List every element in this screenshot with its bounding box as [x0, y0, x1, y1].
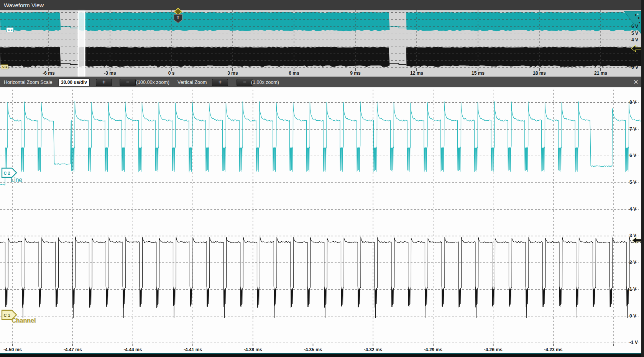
overview-x-tick-label: 12 ms [399, 70, 434, 76]
main-x-tick-label: -4.41 ms [176, 347, 210, 352]
c1-channel-name: Channel [12, 317, 36, 324]
v-zoom-plus-button[interactable]: + [212, 79, 228, 86]
main-x-tick-label: -4.50 ms [0, 347, 30, 352]
overview-y-tick-label: 5 V [631, 31, 638, 36]
trigger-position-marker[interactable]: T [173, 14, 183, 24]
main-x-tick-label: -4.38 ms [236, 347, 270, 352]
main-x-tick-label: -4.44 ms [115, 347, 150, 352]
main-x-tick-label: -4.29 ms [416, 347, 450, 352]
overview-plot [0, 10, 641, 77]
overview-x-tick-label: 15 ms [461, 70, 495, 76]
v-zoom-minus-button[interactable]: − [237, 79, 253, 86]
main-y-tick-label: 3 V [629, 233, 636, 238]
main-y-tick-label: 0 V [629, 313, 636, 319]
c1-trace [0, 237, 641, 318]
main-y-tick-label: -1 V [629, 340, 638, 345]
main-y-tick-label: 5 V [629, 180, 636, 185]
overview-x-tick-label: -3 ms [93, 70, 127, 76]
main-y-tick-label: 8 V [629, 100, 636, 105]
window-title-bar: Waveform View [0, 0, 644, 11]
zoomed-plot [0, 87, 641, 353]
h-zoom-plus-button[interactable]: + [96, 79, 112, 86]
bottom-edge-bar [0, 353, 644, 357]
h-zoom-readout: (100.00x zoom) [136, 77, 169, 88]
main-x-tick-label: -4.47 ms [56, 347, 90, 352]
overview-c1-tag[interactable]: C 1 [1, 64, 8, 69]
waveform-overview-pane: C 2 C 1 T 6 V5 V4 V0 V -6 ms-3 ms0 s3 ms… [0, 10, 644, 77]
trigger-letter: T [177, 15, 180, 20]
overview-x-tick-label: 6 ms [277, 70, 311, 76]
zoomed-waveform-pane: C 2 Line C 1 Channel 8 V7 V6 V5 V4 V3 V2… [0, 87, 644, 353]
close-zoom-icon[interactable]: ✕ [633, 77, 639, 88]
window-title: Waveform View [4, 0, 44, 10]
zoom-window-indicator[interactable] [78, 11, 85, 77]
horizontal-zoom-scale-label: Horizontal Zoom Scale [4, 77, 52, 88]
overview-y-tick-label: 0 V [631, 65, 638, 70]
main-x-tick-label: -4.35 ms [296, 347, 330, 352]
main-y-tick-label: 4 V [629, 206, 636, 212]
overview-x-tick-label: 21 ms [583, 70, 618, 76]
v-zoom-readout: (1.00x zoom) [251, 77, 279, 88]
oscilloscope-screen: Waveform View C 2 C 1 T 6 V5 V4 V0 V -6 … [0, 0, 644, 357]
overview-x-tick-label: 9 ms [338, 70, 373, 76]
zoom-toolbar: Horizontal Zoom Scale + − (100.00x zoom)… [0, 77, 644, 88]
overview-x-tick-label: 0 s [154, 70, 189, 76]
overview-y-tick-label: 6 V [631, 24, 638, 29]
c2-trace [0, 102, 641, 185]
main-x-tick-label: -4.23 ms [536, 347, 570, 352]
vertical-zoom-label: Vertical Zoom [177, 77, 207, 88]
overview-c2-tag[interactable]: C 2 [6, 27, 14, 32]
c2-channel-name: Line [11, 177, 22, 183]
main-y-tick-label: 6 V [629, 153, 636, 158]
overview-trigger-level-arrow-icon[interactable] [631, 45, 641, 52]
overview-x-tick-label: 3 ms [215, 70, 250, 76]
horizontal-scale-input[interactable] [58, 79, 90, 86]
main-y-tick-label: 2 V [629, 260, 636, 265]
main-x-tick-label: -4.26 ms [476, 347, 511, 352]
overview-x-tick-label: -6 ms [31, 70, 66, 76]
main-y-tick-label: 7 V [629, 126, 636, 132]
overview-y-tick-label: 4 V [631, 37, 638, 43]
right-edge-border [641, 0, 644, 357]
c2-badge-label: C 2 [3, 171, 10, 175]
h-zoom-minus-button[interactable]: − [120, 79, 136, 86]
c1-badge-label: C 1 [3, 313, 10, 318]
overview-x-tick-label: 18 ms [522, 70, 557, 76]
main-x-tick-label: -4.32 ms [356, 347, 390, 352]
main-y-tick-label: 1 V [629, 287, 636, 292]
